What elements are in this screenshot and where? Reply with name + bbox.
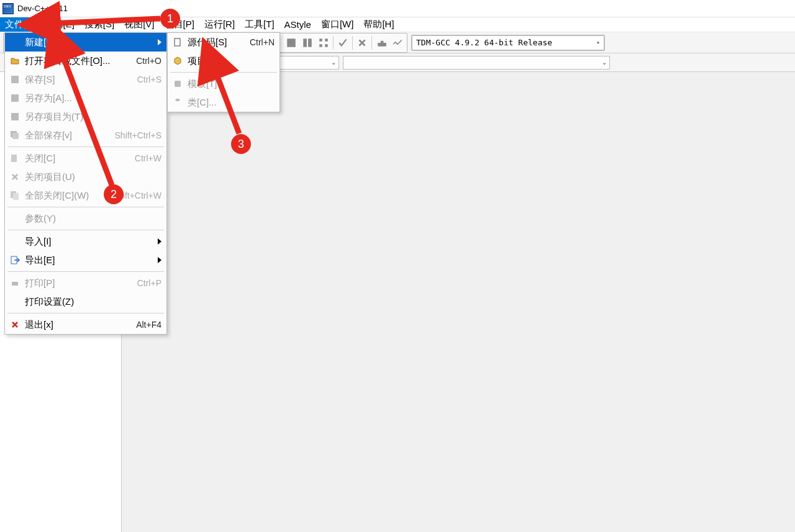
annotation-marker-2: 2 [104, 184, 124, 204]
menu-exit-label: 退出[x] [25, 319, 136, 331]
svg-rect-21 [11, 76, 19, 83]
chevron-down-icon: ⌄ [331, 59, 336, 66]
menu-import[interactable]: 导入[I] [5, 232, 166, 251]
svg-rect-15 [303, 38, 307, 47]
compiler-selector[interactable]: TDM-GCC 4.9.2 64-bit Release ▾ [412, 35, 604, 50]
submenu-source[interactable]: 源代码[S] Ctrl+N [168, 33, 279, 52]
annotation-marker-1: 1 [160, 9, 180, 29]
menu-export-label: 导出[E] [25, 255, 154, 266]
menu-new-label: 新建[N] [25, 37, 154, 48]
svg-rect-14 [287, 38, 296, 47]
menu-params: 参数(Y) [5, 209, 166, 228]
svg-rect-18 [325, 38, 328, 42]
menu-export[interactable]: 导出[E] [5, 251, 166, 269]
submenu-class-label: 类[C]... [188, 97, 275, 109]
submenu-arrow-icon [158, 39, 161, 45]
submenu-arrow-icon [158, 238, 161, 245]
menu-save: 保存[S] Ctrl+S [5, 70, 166, 89]
submenu-source-label: 源代码[S] [188, 37, 250, 48]
menu-saveall-label: 全部保存[v] [25, 130, 115, 142]
svg-rect-23 [11, 113, 19, 120]
menu-astyle[interactable]: AStyle [279, 17, 316, 32]
menu-exit[interactable]: 退出[x] Alt+F4 [5, 315, 166, 334]
menu-close-shortcut: Ctrl+W [135, 153, 161, 163]
menu-print: 打印[P] Ctrl+P [5, 274, 166, 292]
window-title: Dev-C++ 5.11 [17, 4, 68, 13]
menu-open[interactable]: 打开项目或文件[O]... Ctrl+O [5, 52, 166, 70]
tb-debug-icon[interactable] [373, 35, 389, 51]
file-menu-dropdown: 新建[N] 打开项目或文件[O]... Ctrl+O 保存[S] Ctrl+S … [4, 32, 167, 335]
saveall-icon [9, 129, 21, 142]
menubar: 文件[F] 编辑[E] 搜索[S] 视图[V] 项目[P] 运行[R] 工具[T… [0, 17, 795, 32]
menu-save-label: 保存[S] [25, 74, 137, 86]
tb-check-icon[interactable] [335, 35, 351, 51]
menu-edit[interactable]: 编辑[E] [40, 17, 80, 32]
menu-printset-label: 打印设置(Z) [25, 296, 161, 308]
svg-rect-32 [175, 81, 181, 87]
menu-exit-shortcut: Alt+F4 [136, 320, 161, 330]
function-combo[interactable]: ⌄ [343, 56, 610, 70]
menu-params-label: 参数(Y) [25, 213, 161, 225]
chevron-down-icon: ⌄ [602, 59, 607, 66]
tb-profile-icon[interactable] [389, 35, 406, 51]
menu-saveprojas: 另存项目为(T)... [5, 107, 166, 126]
export-icon [9, 254, 21, 266]
svg-rect-20 [325, 44, 328, 47]
menu-search[interactable]: 搜索[S] [80, 17, 119, 32]
menu-run[interactable]: 运行[R] [199, 17, 240, 32]
submenu-source-shortcut: Ctrl+N [250, 37, 275, 47]
menu-saveas-label: 另存为[A]... [25, 92, 161, 104]
closeproj-icon [9, 171, 21, 183]
editor-area [122, 72, 795, 532]
menu-import-label: 导入[I] [25, 236, 154, 248]
class-icon [171, 96, 184, 109]
menu-closeproj: 关闭项目(U) [5, 168, 166, 186]
save-icon [9, 73, 21, 86]
svg-rect-31 [175, 38, 180, 46]
svg-rect-16 [308, 38, 312, 47]
submenu-project[interactable]: 项目[P]... [168, 52, 279, 70]
menu-window[interactable]: 窗口[W] [316, 17, 359, 32]
open-icon [9, 55, 21, 67]
menu-save-shortcut: Ctrl+S [137, 74, 161, 84]
annotation-marker-3: 3 [231, 134, 251, 154]
svg-rect-30 [12, 282, 18, 286]
submenu-class: 类[C]... [168, 93, 279, 112]
tb-rebuild-icon[interactable] [316, 35, 332, 51]
menu-open-label: 打开项目或文件[O]... [25, 55, 136, 67]
svg-rect-28 [13, 193, 19, 200]
menu-close-label: 关闭[C] [25, 153, 135, 165]
submenu-arrow-icon [158, 257, 161, 263]
submenu-template-label: 模板[T]... [188, 78, 275, 90]
menu-print-shortcut: Ctrl+P [137, 278, 161, 288]
menu-saveas: 另存为[A]... [5, 89, 166, 107]
menu-saveall: 全部保存[v] Shift+Ctrl+S [5, 126, 166, 145]
menu-new[interactable]: 新建[N] [5, 33, 166, 52]
svg-rect-26 [11, 155, 17, 162]
menu-tools[interactable]: 工具[T] [240, 17, 279, 32]
project-icon [171, 55, 184, 67]
menu-closeall: 全部关闭[C](W) Shift+Ctrl+W [5, 186, 166, 205]
menu-view[interactable]: 视图[V] [119, 17, 159, 32]
saveas-icon [9, 92, 21, 104]
template-icon [171, 78, 184, 90]
menu-file[interactable]: 文件[F] [0, 17, 40, 32]
compiler-label: TDM-GCC 4.9.2 64-bit Release [416, 38, 552, 47]
menu-help[interactable]: 帮助[H] [358, 17, 399, 32]
chevron-down-icon: ▾ [596, 39, 600, 46]
tb-compilerun-icon[interactable] [299, 35, 316, 51]
svg-rect-17 [319, 38, 322, 42]
menu-printset[interactable]: 打印设置(Z) [5, 292, 166, 311]
exit-icon [9, 318, 21, 331]
menu-print-label: 打印[P] [25, 277, 137, 289]
svg-rect-25 [12, 133, 19, 139]
titlebar: Dev-C++ 5.11 [0, 0, 795, 17]
tb-run-icon[interactable] [283, 35, 299, 51]
tb-stop-icon[interactable] [354, 35, 370, 51]
svg-rect-19 [319, 44, 322, 47]
closeall-icon [9, 189, 21, 202]
source-icon [171, 36, 184, 48]
menu-closeproj-label: 关闭项目(U) [25, 171, 161, 183]
submenu-template: 模板[T]... [168, 74, 279, 93]
menu-saveall-shortcut: Shift+Ctrl+S [115, 130, 161, 140]
